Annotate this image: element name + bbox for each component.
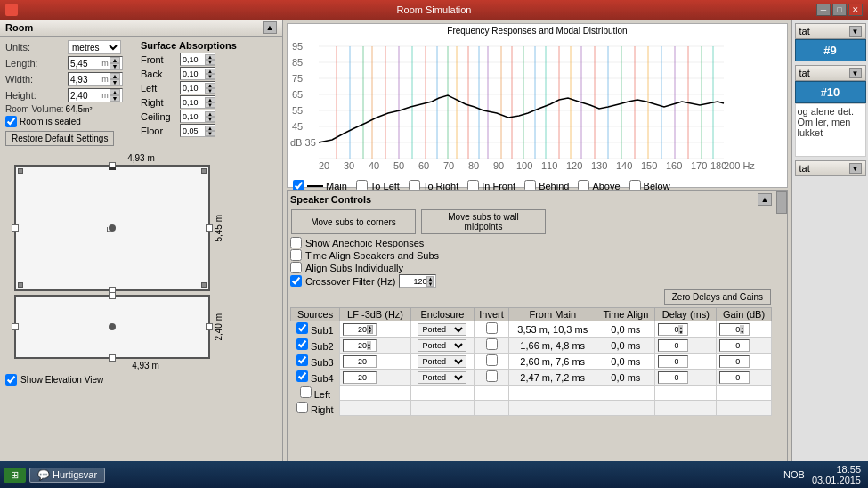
- fr-section-3: tat ▼: [795, 160, 866, 176]
- elev-right-handle[interactable]: [206, 323, 213, 330]
- surface-ceiling-input[interactable]: [183, 112, 205, 121]
- right-down[interactable]: ▼: [205, 102, 215, 108]
- fr-s2-collapse[interactable]: ▼: [849, 68, 862, 78]
- svg-text:75: 75: [292, 73, 303, 84]
- sub4-checkbox[interactable]: [296, 370, 308, 382]
- zero-delays-button[interactable]: Zero Delays and Gains: [664, 289, 771, 305]
- width-down[interactable]: ▼: [110, 79, 120, 85]
- sub2-lf-input[interactable]: [345, 341, 367, 350]
- maximize-button[interactable]: □: [832, 4, 847, 16]
- surface-right-input[interactable]: [183, 98, 205, 107]
- fr-section2-button[interactable]: #10: [795, 81, 866, 103]
- close-button[interactable]: ✕: [848, 4, 863, 16]
- taskbar-item-hurtigsvar[interactable]: 💬 Hurtigsvar: [29, 468, 105, 483]
- crossover-input[interactable]: [402, 277, 426, 286]
- sub4-gain-input[interactable]: [722, 373, 740, 382]
- surface-front-input[interactable]: [183, 55, 205, 64]
- left-down[interactable]: ▼: [205, 88, 215, 94]
- svg-text:50: 50: [393, 160, 404, 171]
- length-input[interactable]: [70, 59, 101, 69]
- sub1-gain-down[interactable]: ▼: [740, 329, 744, 334]
- right-wall-handle[interactable]: [206, 224, 213, 232]
- sub3-lf-input[interactable]: [345, 357, 367, 366]
- length-up[interactable]: ▲: [110, 57, 120, 63]
- left-wall-handle[interactable]: [12, 224, 19, 232]
- fr-s3-collapse[interactable]: ▼: [849, 163, 862, 174]
- back-down[interactable]: ▼: [205, 74, 215, 79]
- minimize-button[interactable]: ─: [816, 4, 831, 16]
- sub2-gain-input[interactable]: [722, 341, 740, 350]
- sub1-checkbox[interactable]: [296, 322, 308, 334]
- ceiling-down[interactable]: ▼: [205, 117, 215, 122]
- sub4-enclosure-select[interactable]: PortedSealed: [418, 371, 466, 384]
- col-gain: Gain (dB): [717, 308, 772, 321]
- width-up[interactable]: ▲: [110, 73, 120, 79]
- height-input[interactable]: [70, 91, 101, 101]
- fr-section1-button[interactable]: #9: [795, 39, 866, 61]
- sub1-gain-input[interactable]: [722, 325, 740, 334]
- sub1-lf-down[interactable]: ▼: [367, 329, 373, 334]
- height-down[interactable]: ▼: [110, 95, 120, 102]
- sub2-enclosure-select[interactable]: PortedSealed: [418, 339, 466, 352]
- elev-top-handle[interactable]: [109, 292, 116, 299]
- elev-left-handle[interactable]: [12, 323, 19, 330]
- show-anechoic-label: Show Anechoic Responses: [305, 238, 424, 248]
- front-down[interactable]: ▼: [205, 60, 215, 65]
- units-select[interactable]: metres: [68, 40, 121, 54]
- floor-down[interactable]: ▼: [205, 131, 215, 136]
- svg-text:70: 70: [443, 160, 454, 171]
- fr-s1-collapse[interactable]: ▼: [849, 26, 862, 37]
- elev-bottom-dim-label: 4,93 m: [14, 361, 277, 370]
- sub2-position[interactable]: [201, 168, 207, 174]
- sub3-delay-input[interactable]: [661, 357, 678, 366]
- sub4-position[interactable]: [201, 282, 207, 288]
- sub1-lf-input[interactable]: [345, 325, 367, 334]
- scroll-thumb[interactable]: [776, 191, 787, 214]
- sub2-invert-checkbox[interactable]: [486, 338, 498, 350]
- chart-title: Frequency Responses and Modal Distributi…: [288, 24, 787, 37]
- move-to-corners-button[interactable]: Move subs to corners: [291, 209, 416, 234]
- sub3-invert-checkbox[interactable]: [486, 354, 498, 366]
- crossover-down[interactable]: ▼: [426, 281, 434, 287]
- elev-listener[interactable]: [109, 323, 116, 330]
- elev-bottom-handle[interactable]: [109, 354, 116, 362]
- align-subs-checkbox[interactable]: [290, 262, 302, 273]
- right-checkbox[interactable]: [296, 402, 308, 413]
- move-to-wall-button[interactable]: Move subs to wall midpoints: [421, 209, 546, 234]
- sub1-invert-checkbox[interactable]: [486, 322, 498, 334]
- show-anechoic-checkbox[interactable]: [290, 237, 302, 248]
- sub4-lf-input[interactable]: [345, 373, 367, 382]
- surface-back-input[interactable]: [183, 69, 205, 78]
- sub1-position[interactable]: [18, 168, 23, 174]
- left-checkbox[interactable]: [300, 386, 312, 398]
- sub1-delay-input[interactable]: [661, 325, 678, 334]
- collapse-room-button[interactable]: ▲: [263, 21, 277, 34]
- vertical-scrollbar[interactable]: [775, 191, 787, 484]
- sub1-enclosure-select[interactable]: PortedSealed: [418, 323, 466, 336]
- collapse-speaker-ctrl-button[interactable]: ▲: [758, 193, 772, 206]
- width-input[interactable]: [70, 75, 101, 85]
- sub3-gain-input[interactable]: [722, 357, 740, 366]
- speaker-ctrl-header: Speaker Controls ▲: [290, 193, 772, 206]
- sub2-lf-down[interactable]: ▼: [367, 346, 371, 350]
- show-elevation-checkbox[interactable]: [5, 374, 17, 386]
- sub4-invert-checkbox[interactable]: [486, 370, 498, 382]
- sub4-delay-input[interactable]: [661, 373, 678, 382]
- surface-abs-title: Surface Absorptions: [141, 40, 237, 51]
- restore-defaults-button[interactable]: Restore Default Settings: [5, 131, 114, 146]
- time-align-checkbox[interactable]: [290, 249, 302, 261]
- crossover-checkbox[interactable]: [290, 275, 302, 287]
- start-button[interactable]: ⊞: [4, 468, 26, 483]
- height-up[interactable]: ▲: [110, 89, 120, 95]
- sub1-delay-down[interactable]: ▼: [678, 329, 683, 334]
- surface-left-input[interactable]: [183, 84, 205, 93]
- sub2-checkbox[interactable]: [296, 338, 308, 350]
- sub3-checkbox[interactable]: [296, 354, 308, 366]
- sealed-checkbox[interactable]: [5, 116, 17, 127]
- sub3-enclosure-select[interactable]: PortedSealed: [418, 355, 466, 368]
- surface-floor-input[interactable]: [183, 126, 205, 135]
- front-speaker: [109, 167, 116, 170]
- sub2-delay-input[interactable]: [661, 341, 678, 350]
- length-down[interactable]: ▼: [110, 63, 120, 69]
- sub3-position[interactable]: [18, 282, 23, 288]
